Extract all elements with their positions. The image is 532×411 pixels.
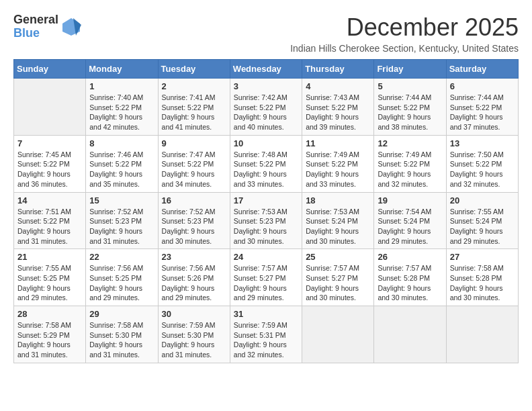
day-number: 23 — [162, 252, 226, 262]
calendar-header: SundayMondayTuesdayWednesdayThursdayFrid… — [14, 60, 519, 79]
day-number: 25 — [306, 252, 370, 262]
calendar-cell: 30Sunrise: 7:59 AMSunset: 5:30 PMDayligh… — [158, 306, 230, 363]
logo: General Blue — [13, 13, 81, 40]
calendar-cell: 2Sunrise: 7:41 AMSunset: 5:22 PMDaylight… — [158, 79, 230, 136]
day-info: Sunrise: 7:51 AMSunset: 5:22 PMDaylight:… — [17, 207, 82, 246]
calendar-cell: 9Sunrise: 7:47 AMSunset: 5:22 PMDaylight… — [158, 135, 230, 192]
day-number: 24 — [234, 252, 298, 262]
day-number: 28 — [17, 309, 82, 319]
day-info: Sunrise: 7:42 AMSunset: 5:22 PMDaylight:… — [234, 93, 298, 132]
title-section: December 2025 Indian Hills Cherokee Sect… — [290, 13, 519, 54]
day-number: 21 — [17, 252, 82, 262]
day-info: Sunrise: 7:55 AMSunset: 5:24 PMDaylight:… — [450, 207, 515, 246]
month-title: December 2025 — [290, 13, 519, 42]
day-info: Sunrise: 7:59 AMSunset: 5:30 PMDaylight:… — [162, 320, 226, 360]
calendar-cell: 26Sunrise: 7:57 AMSunset: 5:28 PMDayligh… — [374, 249, 446, 306]
logo-blue: Blue — [13, 27, 58, 40]
day-number: 20 — [450, 195, 515, 205]
calendar-cell — [374, 306, 446, 363]
day-info: Sunrise: 7:55 AMSunset: 5:25 PMDaylight:… — [17, 263, 82, 303]
day-info: Sunrise: 7:49 AMSunset: 5:22 PMDaylight:… — [306, 150, 370, 189]
calendar-cell: 19Sunrise: 7:54 AMSunset: 5:24 PMDayligh… — [374, 192, 446, 249]
calendar-cell: 28Sunrise: 7:58 AMSunset: 5:29 PMDayligh… — [14, 306, 86, 363]
day-info: Sunrise: 7:57 AMSunset: 5:28 PMDaylight:… — [378, 263, 442, 303]
day-of-week-header: Sunday — [14, 60, 86, 79]
day-number: 4 — [306, 81, 370, 91]
day-number: 26 — [378, 252, 442, 262]
day-info: Sunrise: 7:58 AMSunset: 5:29 PMDaylight:… — [17, 320, 82, 360]
day-info: Sunrise: 7:59 AMSunset: 5:31 PMDaylight:… — [234, 320, 298, 360]
day-of-week-header: Saturday — [446, 60, 518, 79]
calendar-cell: 24Sunrise: 7:57 AMSunset: 5:27 PMDayligh… — [230, 249, 302, 306]
calendar-cell: 11Sunrise: 7:49 AMSunset: 5:22 PMDayligh… — [302, 135, 374, 192]
day-number: 27 — [450, 252, 515, 262]
day-number: 8 — [89, 138, 154, 148]
calendar-cell: 15Sunrise: 7:52 AMSunset: 5:23 PMDayligh… — [86, 192, 158, 249]
calendar-cell: 1Sunrise: 7:40 AMSunset: 5:22 PMDaylight… — [86, 79, 158, 136]
day-info: Sunrise: 7:43 AMSunset: 5:22 PMDaylight:… — [306, 93, 370, 132]
logo-icon — [61, 17, 81, 37]
day-number: 12 — [378, 138, 442, 148]
calendar-cell: 27Sunrise: 7:58 AMSunset: 5:28 PMDayligh… — [446, 249, 518, 306]
day-info: Sunrise: 7:48 AMSunset: 5:22 PMDaylight:… — [234, 150, 298, 189]
location-subtitle: Indian Hills Cherokee Section, Kentucky,… — [290, 43, 519, 54]
calendar-cell: 4Sunrise: 7:43 AMSunset: 5:22 PMDaylight… — [302, 79, 374, 136]
calendar-cell: 5Sunrise: 7:44 AMSunset: 5:22 PMDaylight… — [374, 79, 446, 136]
day-number: 3 — [234, 81, 298, 91]
day-number: 10 — [234, 138, 298, 148]
day-info: Sunrise: 7:58 AMSunset: 5:30 PMDaylight:… — [89, 320, 154, 360]
calendar-cell: 12Sunrise: 7:49 AMSunset: 5:22 PMDayligh… — [374, 135, 446, 192]
calendar-cell: 21Sunrise: 7:55 AMSunset: 5:25 PMDayligh… — [14, 249, 86, 306]
day-of-week-header: Friday — [374, 60, 446, 79]
day-of-week-header: Thursday — [302, 60, 374, 79]
day-number: 31 — [234, 309, 298, 319]
calendar-cell: 14Sunrise: 7:51 AMSunset: 5:22 PMDayligh… — [14, 192, 86, 249]
calendar-cell: 25Sunrise: 7:57 AMSunset: 5:27 PMDayligh… — [302, 249, 374, 306]
day-number: 15 — [89, 195, 154, 205]
day-info: Sunrise: 7:54 AMSunset: 5:24 PMDaylight:… — [378, 207, 442, 246]
day-info: Sunrise: 7:46 AMSunset: 5:22 PMDaylight:… — [89, 150, 154, 189]
calendar-table: SundayMondayTuesdayWednesdayThursdayFrid… — [13, 59, 519, 363]
calendar-cell — [446, 306, 518, 363]
calendar-cell: 3Sunrise: 7:42 AMSunset: 5:22 PMDaylight… — [230, 79, 302, 136]
calendar-cell: 6Sunrise: 7:44 AMSunset: 5:22 PMDaylight… — [446, 79, 518, 136]
day-number: 2 — [162, 81, 226, 91]
day-number: 1 — [89, 81, 154, 91]
day-of-week-header: Monday — [86, 60, 158, 79]
day-info: Sunrise: 7:45 AMSunset: 5:22 PMDaylight:… — [17, 150, 82, 189]
calendar-cell: 7Sunrise: 7:45 AMSunset: 5:22 PMDaylight… — [14, 135, 86, 192]
calendar-cell: 20Sunrise: 7:55 AMSunset: 5:24 PMDayligh… — [446, 192, 518, 249]
day-info: Sunrise: 7:44 AMSunset: 5:22 PMDaylight:… — [378, 93, 442, 132]
day-of-week-header: Wednesday — [230, 60, 302, 79]
day-info: Sunrise: 7:52 AMSunset: 5:23 PMDaylight:… — [89, 207, 154, 246]
calendar-cell — [302, 306, 374, 363]
day-number: 5 — [378, 81, 442, 91]
calendar-cell: 18Sunrise: 7:53 AMSunset: 5:24 PMDayligh… — [302, 192, 374, 249]
day-info: Sunrise: 7:41 AMSunset: 5:22 PMDaylight:… — [162, 93, 226, 132]
day-number: 16 — [162, 195, 226, 205]
calendar-cell: 13Sunrise: 7:50 AMSunset: 5:22 PMDayligh… — [446, 135, 518, 192]
day-info: Sunrise: 7:53 AMSunset: 5:24 PMDaylight:… — [306, 207, 370, 246]
day-number: 14 — [17, 195, 82, 205]
day-info: Sunrise: 7:44 AMSunset: 5:22 PMDaylight:… — [450, 93, 515, 132]
calendar-cell: 22Sunrise: 7:56 AMSunset: 5:25 PMDayligh… — [86, 249, 158, 306]
calendar-cell: 23Sunrise: 7:56 AMSunset: 5:26 PMDayligh… — [158, 249, 230, 306]
day-info: Sunrise: 7:47 AMSunset: 5:22 PMDaylight:… — [162, 150, 226, 189]
day-number: 19 — [378, 195, 442, 205]
day-number: 30 — [162, 309, 226, 319]
day-info: Sunrise: 7:53 AMSunset: 5:23 PMDaylight:… — [234, 207, 298, 246]
calendar-cell: 10Sunrise: 7:48 AMSunset: 5:22 PMDayligh… — [230, 135, 302, 192]
day-info: Sunrise: 7:40 AMSunset: 5:22 PMDaylight:… — [89, 93, 154, 132]
day-info: Sunrise: 7:56 AMSunset: 5:26 PMDaylight:… — [162, 263, 226, 303]
day-info: Sunrise: 7:50 AMSunset: 5:22 PMDaylight:… — [450, 150, 515, 189]
calendar-cell: 29Sunrise: 7:58 AMSunset: 5:30 PMDayligh… — [86, 306, 158, 363]
day-of-week-header: Tuesday — [158, 60, 230, 79]
day-info: Sunrise: 7:58 AMSunset: 5:28 PMDaylight:… — [450, 263, 515, 303]
calendar-cell: 16Sunrise: 7:52 AMSunset: 5:23 PMDayligh… — [158, 192, 230, 249]
calendar-cell: 31Sunrise: 7:59 AMSunset: 5:31 PMDayligh… — [230, 306, 302, 363]
day-number: 29 — [89, 309, 154, 319]
day-number: 17 — [234, 195, 298, 205]
calendar-cell — [14, 79, 86, 136]
day-number: 9 — [162, 138, 226, 148]
calendar-cell: 8Sunrise: 7:46 AMSunset: 5:22 PMDaylight… — [86, 135, 158, 192]
